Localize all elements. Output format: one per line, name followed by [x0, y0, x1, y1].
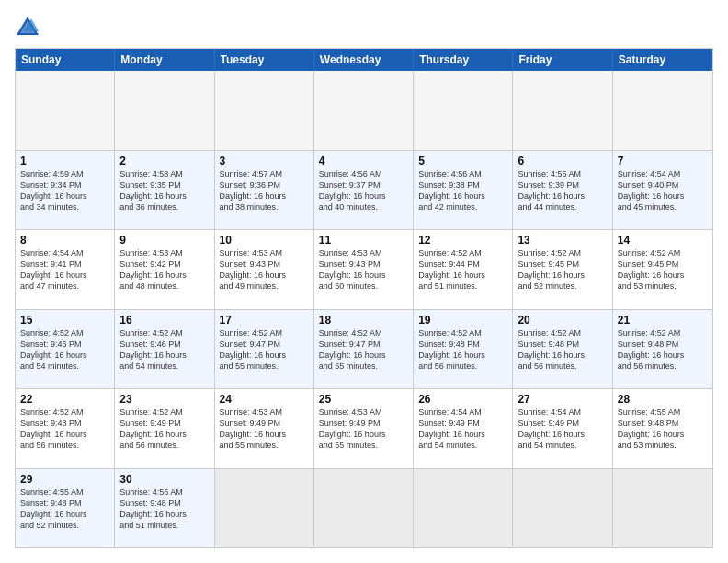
cell-details: Sunrise: 4:53 AM Sunset: 9:49 PM Dayligh… — [220, 407, 309, 452]
cell-details: Sunrise: 4:56 AM Sunset: 9:38 PM Dayligh… — [418, 168, 507, 213]
calendar-week-6: 29Sunrise: 4:55 AM Sunset: 9:48 PM Dayli… — [16, 468, 712, 548]
calendar-cell: 18Sunrise: 4:52 AM Sunset: 9:47 PM Dayli… — [314, 310, 414, 389]
calendar-cell: 20Sunrise: 4:52 AM Sunset: 9:48 PM Dayli… — [513, 310, 612, 389]
calendar-header-row: SundayMondayTuesdayWednesdayThursdayFrid… — [16, 49, 712, 71]
day-number: 28 — [618, 393, 708, 406]
day-number: 1 — [20, 155, 109, 167]
calendar-cell — [513, 469, 612, 548]
day-number: 3 — [220, 155, 309, 167]
calendar-cell: 13Sunrise: 4:52 AM Sunset: 9:45 PM Dayli… — [513, 230, 612, 309]
header-day-saturday: Saturday — [613, 49, 712, 71]
calendar-cell: 14Sunrise: 4:52 AM Sunset: 9:45 PM Dayli… — [613, 230, 712, 309]
calendar-cell: 5Sunrise: 4:56 AM Sunset: 9:38 PM Daylig… — [414, 151, 513, 230]
day-number: 13 — [518, 234, 607, 247]
calendar-cell: 30Sunrise: 4:56 AM Sunset: 9:48 PM Dayli… — [115, 469, 214, 548]
calendar-week-2: 1Sunrise: 4:59 AM Sunset: 9:34 PM Daylig… — [16, 150, 712, 230]
calendar-cell: 15Sunrise: 4:52 AM Sunset: 9:46 PM Dayli… — [16, 310, 115, 389]
cell-details: Sunrise: 4:52 AM Sunset: 9:49 PM Dayligh… — [119, 407, 209, 452]
calendar-week-5: 22Sunrise: 4:52 AM Sunset: 9:48 PM Dayli… — [16, 388, 712, 468]
day-number: 2 — [119, 155, 209, 167]
calendar-cell — [314, 71, 414, 150]
cell-details: Sunrise: 4:53 AM Sunset: 9:42 PM Dayligh… — [119, 247, 209, 293]
day-number: 9 — [119, 234, 209, 247]
day-number: 21 — [618, 314, 708, 327]
header-day-thursday: Thursday — [414, 49, 513, 71]
day-number: 12 — [418, 234, 507, 247]
day-number: 5 — [418, 155, 507, 167]
logo-icon — [15, 15, 40, 40]
calendar: SundayMondayTuesdayWednesdayThursdayFrid… — [15, 48, 713, 548]
cell-details: Sunrise: 4:55 AM Sunset: 9:48 PM Dayligh… — [618, 407, 708, 452]
calendar-cell: 8Sunrise: 4:54 AM Sunset: 9:41 PM Daylig… — [16, 230, 115, 309]
cell-details: Sunrise: 4:58 AM Sunset: 9:35 PM Dayligh… — [119, 168, 209, 213]
day-number: 30 — [119, 473, 209, 486]
calendar-week-3: 8Sunrise: 4:54 AM Sunset: 9:41 PM Daylig… — [16, 229, 712, 309]
cell-details: Sunrise: 4:54 AM Sunset: 9:49 PM Dayligh… — [418, 407, 507, 452]
calendar-cell: 25Sunrise: 4:53 AM Sunset: 9:49 PM Dayli… — [314, 389, 414, 468]
cell-details: Sunrise: 4:52 AM Sunset: 9:46 PM Dayligh… — [119, 327, 209, 373]
calendar-cell — [414, 71, 513, 150]
calendar-cell: 16Sunrise: 4:52 AM Sunset: 9:46 PM Dayli… — [115, 310, 214, 389]
calendar-cell: 4Sunrise: 4:56 AM Sunset: 9:37 PM Daylig… — [314, 151, 414, 230]
calendar-cell — [613, 469, 712, 548]
calendar-cell: 28Sunrise: 4:55 AM Sunset: 9:48 PM Dayli… — [613, 389, 712, 468]
header-day-friday: Friday — [513, 49, 612, 71]
header-day-sunday: Sunday — [16, 49, 115, 71]
day-number: 19 — [418, 314, 507, 327]
calendar-cell: 10Sunrise: 4:53 AM Sunset: 9:43 PM Dayli… — [215, 230, 314, 309]
day-number: 24 — [220, 393, 309, 406]
cell-details: Sunrise: 4:52 AM Sunset: 9:48 PM Dayligh… — [418, 327, 507, 373]
cell-details: Sunrise: 4:55 AM Sunset: 9:39 PM Dayligh… — [518, 168, 607, 213]
calendar-cell: 17Sunrise: 4:52 AM Sunset: 9:47 PM Dayli… — [215, 310, 314, 389]
day-number: 10 — [220, 234, 309, 247]
calendar-cell: 12Sunrise: 4:52 AM Sunset: 9:44 PM Dayli… — [414, 230, 513, 309]
calendar-cell — [513, 71, 612, 150]
cell-details: Sunrise: 4:52 AM Sunset: 9:44 PM Dayligh… — [418, 247, 507, 293]
cell-details: Sunrise: 4:55 AM Sunset: 9:48 PM Dayligh… — [20, 487, 109, 532]
calendar-week-4: 15Sunrise: 4:52 AM Sunset: 9:46 PM Dayli… — [16, 309, 712, 389]
cell-details: Sunrise: 4:54 AM Sunset: 9:41 PM Dayligh… — [20, 247, 109, 293]
day-number: 26 — [418, 393, 507, 406]
day-number: 17 — [220, 314, 309, 327]
calendar-cell: 24Sunrise: 4:53 AM Sunset: 9:49 PM Dayli… — [215, 389, 314, 468]
day-number: 16 — [119, 314, 209, 327]
header-day-monday: Monday — [115, 49, 214, 71]
cell-details: Sunrise: 4:53 AM Sunset: 9:43 PM Dayligh… — [319, 247, 408, 293]
cell-details: Sunrise: 4:52 AM Sunset: 9:48 PM Dayligh… — [618, 327, 708, 373]
calendar-cell: 1Sunrise: 4:59 AM Sunset: 9:34 PM Daylig… — [16, 151, 115, 230]
calendar-cell: 21Sunrise: 4:52 AM Sunset: 9:48 PM Dayli… — [613, 310, 712, 389]
header — [15, 15, 713, 40]
day-number: 29 — [20, 473, 109, 486]
cell-details: Sunrise: 4:54 AM Sunset: 9:40 PM Dayligh… — [618, 168, 708, 213]
calendar-cell — [215, 71, 314, 150]
cell-details: Sunrise: 4:54 AM Sunset: 9:49 PM Dayligh… — [518, 407, 607, 452]
day-number: 14 — [618, 234, 708, 247]
calendar-cell — [613, 71, 712, 150]
calendar-body: 1Sunrise: 4:59 AM Sunset: 9:34 PM Daylig… — [16, 71, 712, 547]
calendar-cell: 29Sunrise: 4:55 AM Sunset: 9:48 PM Dayli… — [16, 469, 115, 548]
day-number: 27 — [518, 393, 607, 406]
day-number: 6 — [518, 155, 607, 167]
calendar-cell: 7Sunrise: 4:54 AM Sunset: 9:40 PM Daylig… — [613, 151, 712, 230]
calendar-cell: 3Sunrise: 4:57 AM Sunset: 9:36 PM Daylig… — [215, 151, 314, 230]
calendar-cell — [16, 71, 115, 150]
header-day-wednesday: Wednesday — [314, 49, 414, 71]
day-number: 7 — [618, 155, 708, 167]
cell-details: Sunrise: 4:56 AM Sunset: 9:37 PM Dayligh… — [319, 168, 408, 213]
calendar-cell: 6Sunrise: 4:55 AM Sunset: 9:39 PM Daylig… — [513, 151, 612, 230]
calendar-cell: 2Sunrise: 4:58 AM Sunset: 9:35 PM Daylig… — [115, 151, 214, 230]
day-number: 15 — [20, 314, 109, 327]
day-number: 8 — [20, 234, 109, 247]
calendar-cell: 27Sunrise: 4:54 AM Sunset: 9:49 PM Dayli… — [513, 389, 612, 468]
cell-details: Sunrise: 4:52 AM Sunset: 9:47 PM Dayligh… — [220, 327, 309, 373]
calendar-cell — [115, 71, 214, 150]
cell-details: Sunrise: 4:52 AM Sunset: 9:48 PM Dayligh… — [20, 407, 109, 452]
cell-details: Sunrise: 4:52 AM Sunset: 9:46 PM Dayligh… — [20, 327, 109, 373]
cell-details: Sunrise: 4:53 AM Sunset: 9:49 PM Dayligh… — [319, 407, 408, 452]
cell-details: Sunrise: 4:56 AM Sunset: 9:48 PM Dayligh… — [119, 487, 209, 532]
calendar-cell — [215, 469, 314, 548]
cell-details: Sunrise: 4:52 AM Sunset: 9:45 PM Dayligh… — [518, 247, 607, 293]
day-number: 22 — [20, 393, 109, 406]
header-day-tuesday: Tuesday — [215, 49, 314, 71]
page: SundayMondayTuesdayWednesdayThursdayFrid… — [0, 0, 728, 563]
